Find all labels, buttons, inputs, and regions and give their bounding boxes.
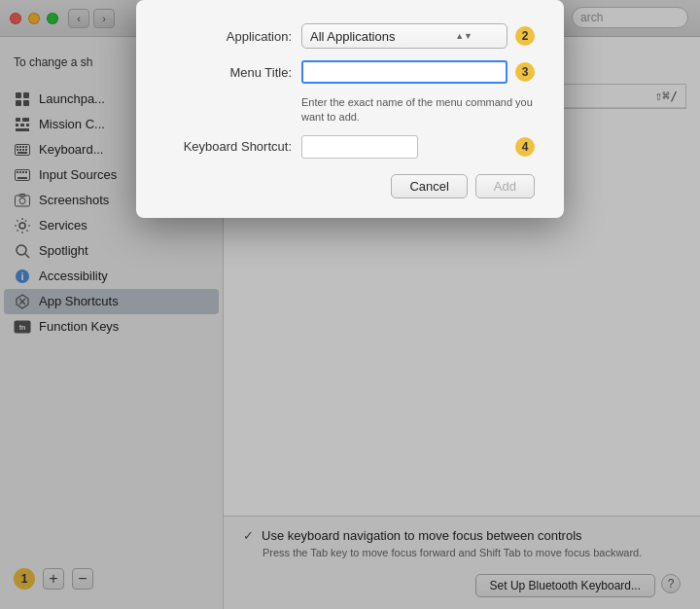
- menu-title-label: Menu Title:: [165, 65, 292, 80]
- add-shortcut-modal: Application: All Applications ▲▼ 2 Menu …: [136, 0, 564, 218]
- step-badge-4: 4: [515, 137, 535, 157]
- modal-overlay: Application: All Applications ▲▼ 2 Menu …: [0, 0, 700, 609]
- application-label: Application:: [165, 29, 292, 44]
- cancel-button[interactable]: Cancel: [391, 174, 467, 198]
- menu-title-input[interactable]: [301, 60, 508, 84]
- add-button[interactable]: Add: [475, 174, 535, 198]
- application-select[interactable]: All Applications: [301, 23, 508, 49]
- menu-title-row: Menu Title: 3: [165, 60, 535, 84]
- application-select-wrapper: All Applications ▲▼: [301, 23, 508, 49]
- modal-buttons: Cancel Add: [165, 174, 535, 198]
- application-row: Application: All Applications ▲▼ 2: [165, 23, 535, 49]
- keyboard-shortcut-label: Keyboard Shortcut:: [165, 139, 292, 154]
- step-badge-3: 3: [515, 62, 535, 82]
- menu-hint: Enter the exact name of the menu command…: [301, 95, 535, 125]
- step-badge-2: 2: [515, 26, 535, 46]
- main-window: ‹ › arch To change a sh Launchpa... Miss…: [0, 0, 700, 609]
- keyboard-shortcut-row: Keyboard Shortcut: 4: [165, 135, 535, 159]
- menu-title-input-wrapper: [301, 60, 508, 84]
- keyboard-shortcut-input[interactable]: [301, 135, 418, 159]
- keyboard-shortcut-input-wrapper: [301, 135, 508, 159]
